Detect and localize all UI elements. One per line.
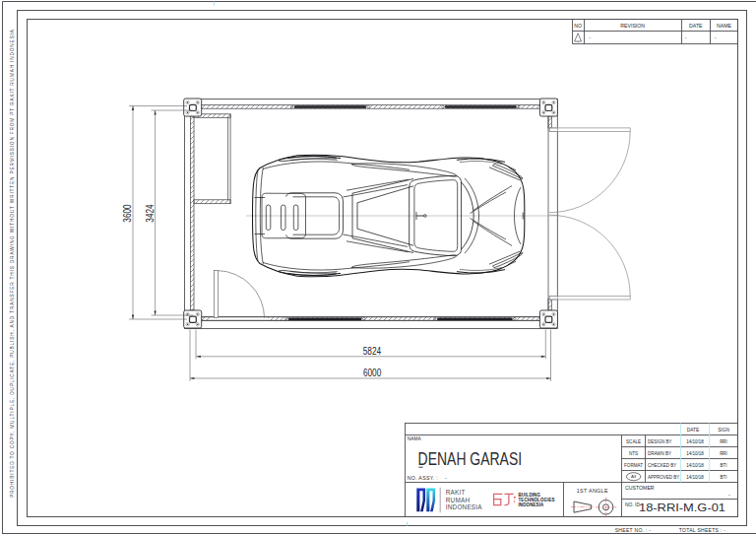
svg-text:DENAH GARASI: DENAH GARASI (418, 448, 522, 469)
svg-text:RRI: RRI (720, 451, 727, 456)
svg-text:A3: A3 (631, 474, 637, 479)
svg-text:14/10/18: 14/10/18 (686, 451, 704, 456)
svg-text:NTS: NTS (629, 451, 638, 456)
svg-text:14/10/18: 14/10/18 (686, 439, 704, 444)
svg-text:SHEET NO. : -: SHEET NO. : - (615, 527, 652, 533)
svg-text:-: - (589, 34, 591, 40)
svg-text:14/10/18: 14/10/18 (686, 475, 704, 480)
svg-text:CHECKED BY: CHECKED BY (648, 463, 676, 468)
svg-text:-: - (685, 34, 687, 40)
svg-text:RUMAH: RUMAH (446, 497, 471, 503)
svg-text:DESIGN BY: DESIGN BY (648, 439, 672, 444)
svg-text:BTI: BTI (720, 475, 726, 480)
svg-text:14/10/18: 14/10/18 (686, 463, 704, 468)
svg-text:DRAWN BY: DRAWN BY (648, 451, 671, 456)
svg-text:5824: 5824 (363, 346, 382, 357)
svg-text:NAMA: NAMA (408, 436, 422, 441)
svg-text:1ST ANGLE: 1ST ANGLE (577, 488, 608, 494)
svg-text:INDONESIA: INDONESIA (519, 502, 545, 507)
svg-text:RAKIT: RAKIT (446, 489, 466, 496)
svg-text:PROHIBITED TO COPY, MULTIPLE,: PROHIBITED TO COPY, MULTIPLE, DUPLICATE,… (10, 29, 15, 498)
svg-text:REVISION: REVISION (620, 23, 645, 29)
svg-text:-: - (715, 34, 717, 40)
svg-text:18-RRI-M.G-01: 18-RRI-M.G-01 (639, 502, 725, 513)
svg-text:-: - (578, 38, 580, 44)
svg-text:3600: 3600 (122, 204, 133, 223)
svg-text:APPROVED BY: APPROVED BY (648, 475, 679, 480)
svg-text:TOTAL SHEETS : -: TOTAL SHEETS : - (679, 527, 726, 533)
svg-text:SIGN: SIGN (718, 428, 729, 433)
svg-text:INDONESIA: INDONESIA (446, 503, 482, 510)
svg-text:6000: 6000 (363, 368, 382, 378)
svg-text:3424: 3424 (145, 204, 156, 223)
svg-text:FORMAT: FORMAT (624, 463, 643, 468)
svg-text:NAME: NAME (717, 23, 732, 29)
svg-text:BTI: BTI (720, 463, 726, 468)
svg-text:CUSTOMER: CUSTOMER (625, 485, 655, 491)
svg-text:-: - (445, 475, 447, 481)
svg-text:-: - (728, 492, 730, 498)
svg-text:DATE: DATE (687, 428, 699, 433)
svg-text:RRI: RRI (720, 439, 727, 444)
svg-text:NO: NO (574, 23, 582, 29)
svg-text:DATE: DATE (689, 23, 703, 29)
svg-text:NO. ASSY. :: NO. ASSY. : (408, 475, 438, 481)
svg-text:SCALE: SCALE (626, 439, 641, 444)
